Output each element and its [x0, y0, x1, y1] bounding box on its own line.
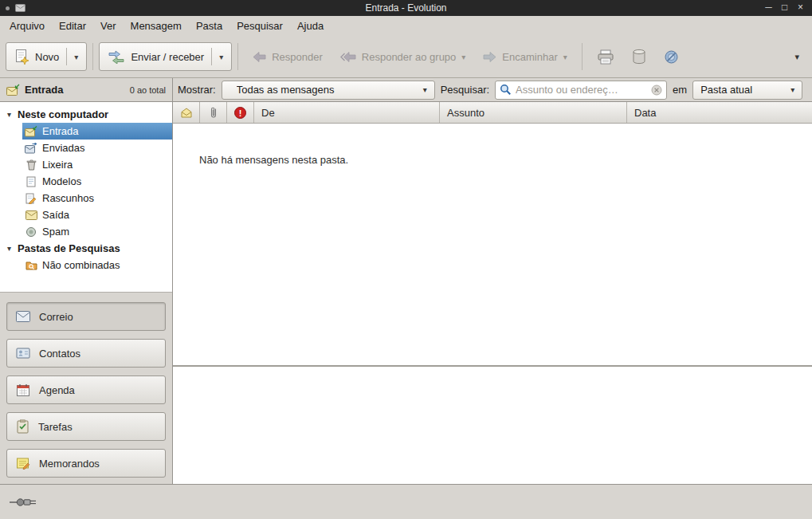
folder-label: Não combinadas: [42, 259, 120, 271]
menu-arquivo[interactable]: Arquivo: [2, 18, 52, 34]
search-label: Pesquisar:: [441, 84, 489, 96]
search-icon[interactable]: [500, 84, 512, 96]
print-button[interactable]: [588, 42, 623, 71]
clear-search-icon[interactable]: [651, 85, 662, 96]
new-dropdown-arrow[interactable]: ▾: [74, 53, 78, 61]
send-receive-dropdown-arrow[interactable]: ▾: [219, 53, 223, 61]
send-receive-label: Enviar / receber: [131, 51, 204, 63]
message-list[interactable]: Não há mensagens nesta pasta.: [173, 124, 812, 365]
send-receive-button[interactable]: Enviar / receber ▾: [99, 42, 232, 71]
forward-icon: [483, 51, 496, 63]
reply-icon: [253, 51, 266, 63]
menu-mensagem[interactable]: Mensagem: [124, 18, 189, 34]
switcher-memorandos[interactable]: Memorandos: [6, 449, 166, 478]
forward-button[interactable]: Encaminhar ▾: [474, 42, 575, 71]
switcher-correio[interactable]: Correio: [6, 302, 166, 331]
junk-button[interactable]: [655, 42, 688, 71]
inbox-icon: [24, 126, 38, 137]
folder-label: Entrada: [42, 125, 79, 137]
trash-icon: [24, 159, 38, 171]
switcher-contatos[interactable]: Contatos: [6, 339, 166, 368]
button-separator: [211, 48, 212, 65]
message-count: 0 ao total: [130, 85, 166, 95]
reply-all-button[interactable]: Responder ao grupo ▾: [331, 42, 475, 71]
chevron-down-icon: ▾: [423, 85, 427, 94]
content-area: ▾ Neste computador Entrada Enviadas: [0, 102, 812, 484]
switcher-tarefas[interactable]: Tarefas: [6, 412, 166, 441]
menu-editar[interactable]: Editar: [52, 18, 93, 34]
show-filter-dropdown[interactable]: Todas as mensagens ▾: [222, 81, 435, 100]
close-button[interactable]: ×: [794, 0, 807, 16]
new-button-label: Novo: [35, 51, 59, 63]
expander-icon[interactable]: ▾: [5, 244, 14, 253]
toolbar-overflow-button[interactable]: ▾: [787, 47, 806, 67]
toolbar-separator: [582, 43, 583, 70]
tree-group-pastas-de-pesquisas[interactable]: ▾ Pastas de Pesquisas: [0, 240, 172, 257]
folder-label: Rascunhos: [42, 192, 94, 204]
delete-button[interactable]: [623, 42, 655, 71]
column-status[interactable]: [173, 102, 200, 123]
folder-label: Lixeira: [42, 159, 73, 171]
reply-all-icon: [340, 51, 356, 63]
sidebar-item-spam[interactable]: Spam: [22, 223, 172, 240]
tree-group-label: Pastas de Pesquisas: [18, 242, 120, 254]
chevron-down-icon: ▾: [790, 85, 794, 94]
new-message-icon: [14, 49, 29, 65]
search-box: [495, 81, 667, 100]
folder-label: Enviadas: [42, 142, 84, 154]
search-folder-icon: [24, 260, 38, 270]
column-subject[interactable]: Assunto: [440, 102, 627, 123]
menu-ajuda[interactable]: Ajuda: [290, 18, 331, 34]
reply-button-label: Responder: [272, 51, 323, 63]
minimize-button[interactable]: ─: [762, 0, 775, 16]
in-label: em: [673, 84, 687, 96]
maximize-button[interactable]: □: [778, 0, 791, 16]
sidebar-item-lixeira[interactable]: Lixeira: [22, 156, 172, 173]
titlebar: Entrada - Evolution ─ □ ×: [0, 0, 812, 16]
switcher-label: Memorandos: [39, 458, 100, 470]
column-important[interactable]: !: [227, 102, 254, 123]
switcher-agenda[interactable]: Agenda: [6, 375, 166, 404]
switcher-label: Tarefas: [38, 421, 73, 433]
show-filter-value: Todas as mensagens: [237, 84, 417, 96]
column-date[interactable]: Data: [627, 102, 812, 123]
contacts-icon: [16, 347, 30, 360]
menu-pesquisar[interactable]: Pesquisar: [229, 18, 290, 34]
new-button[interactable]: Novo ▾: [6, 42, 87, 71]
component-switcher: Correio Contatos Agenda: [0, 292, 172, 484]
button-separator: [66, 48, 67, 65]
tasks-icon: [16, 419, 29, 434]
column-from[interactable]: De: [254, 102, 440, 123]
reply-button[interactable]: Responder: [244, 42, 331, 71]
search-scope-value: Pasta atual: [700, 84, 784, 96]
reply-all-dropdown-arrow[interactable]: ▾: [461, 53, 465, 61]
paperclip-icon: [209, 106, 218, 119]
read-status-icon: [180, 108, 193, 118]
online-status-icon[interactable]: [10, 497, 38, 508]
window-controls: ─ □ ×: [762, 0, 812, 16]
column-attachment[interactable]: [200, 102, 227, 123]
forward-dropdown-arrow[interactable]: ▾: [563, 53, 567, 61]
current-folder-name: Entrada: [25, 84, 63, 96]
sidebar-item-entrada[interactable]: Entrada: [22, 123, 172, 140]
search-input[interactable]: [516, 84, 647, 96]
menu-ver[interactable]: Ver: [93, 18, 124, 34]
forward-button-label: Encaminhar: [502, 51, 557, 63]
expander-icon[interactable]: ▾: [5, 110, 14, 119]
tree-group-label: Neste computador: [18, 108, 108, 120]
inbox-icon: [6, 84, 20, 96]
sidebar-item-nao-combinadas[interactable]: Não combinadas: [22, 257, 172, 273]
search-scope-dropdown[interactable]: Pasta atual ▾: [692, 81, 802, 100]
switcher-label: Agenda: [39, 384, 75, 396]
sidebar-item-rascunhos[interactable]: Rascunhos: [22, 190, 172, 206]
important-icon: !: [234, 107, 246, 119]
filter-row: Entrada 0 ao total Mostrar: Todas as men…: [0, 78, 812, 102]
tree-group-neste-computador[interactable]: ▾ Neste computador: [0, 106, 172, 123]
reply-all-button-label: Responder ao grupo: [362, 51, 457, 63]
switcher-label: Contatos: [39, 348, 80, 360]
menu-pasta[interactable]: Pasta: [189, 18, 229, 34]
sidebar-item-modelos[interactable]: Modelos: [22, 173, 172, 190]
drafts-icon: [24, 193, 38, 204]
sidebar-item-saida[interactable]: Saída: [22, 206, 172, 223]
sidebar-item-enviadas[interactable]: Enviadas: [22, 140, 172, 156]
